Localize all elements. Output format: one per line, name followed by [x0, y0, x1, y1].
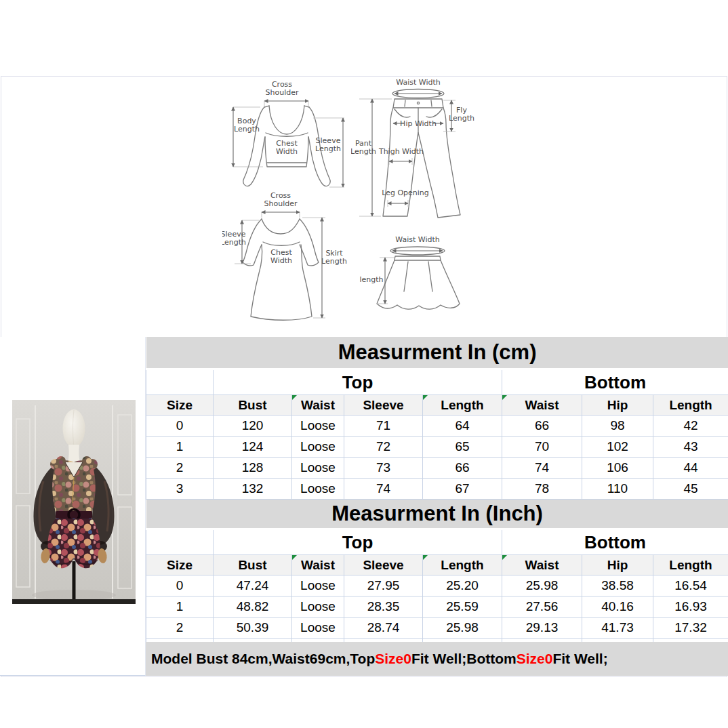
table-cell: 74: [344, 479, 423, 500]
dress-measure-diagram: Cross Shoulder Chest Width Sleeve Length…: [222, 190, 358, 327]
diagram-label: Waist Width: [395, 235, 439, 244]
table-cell: Loose: [292, 596, 344, 618]
diagram-label: Thigh Width: [378, 147, 424, 156]
table-cell: 16.54: [653, 575, 728, 596]
table-cell: 66: [423, 458, 502, 479]
table-cell: 44: [653, 458, 728, 479]
diagram-label: Length: [321, 257, 347, 266]
table-row: Measurment In (cm): [146, 337, 728, 369]
table-cell: 110: [582, 479, 653, 500]
column-header-length-bottom: Length: [653, 395, 728, 416]
table-cell: 67: [423, 479, 502, 500]
table-cell: 43: [653, 437, 728, 458]
table-row: 0 120 Loose 71 64 66 98 42: [146, 416, 728, 437]
column-header-length-bottom: Length: [653, 555, 728, 575]
table-cell: 2: [146, 458, 214, 479]
diagram-label: Length: [351, 147, 376, 156]
empty-cell: [146, 529, 214, 555]
table-cell: 128: [214, 458, 292, 479]
product-photo: [12, 400, 136, 604]
note-size-highlight: Size0: [517, 651, 553, 667]
table-cell: 50.39: [214, 618, 292, 639]
table-cell: 25.98: [423, 618, 502, 639]
table-cell: 1: [146, 596, 214, 618]
table-row: Measurment In (Inch): [146, 500, 728, 529]
table-cell: 28.74: [344, 618, 423, 639]
table-row: Size Bust Waist Sleeve Length Waist Hip …: [146, 555, 728, 575]
comment-marker: [292, 555, 298, 561]
diagram-label: Width: [270, 256, 292, 265]
group-header-bottom: Bottom: [502, 369, 728, 395]
top-garment-measure-diagram: Cross Shoulder Chest Width Body Length S…: [226, 79, 362, 199]
column-header-sleeve: Sleeve: [344, 555, 423, 575]
cm-size-table: Measurment In (cm) Top Bottom Size Bust …: [146, 337, 728, 500]
table-cell: 16.93: [653, 596, 728, 618]
table-cell: 98: [582, 416, 653, 437]
table-cell: 2: [146, 618, 214, 639]
column-header-length: Length: [423, 395, 502, 416]
table-cell: 124: [214, 437, 292, 458]
table-cell: 27.56: [502, 596, 582, 618]
table-cell: 64: [423, 416, 502, 437]
inch-size-table: Measurment In (Inch) Top Bottom Size Bus…: [146, 500, 728, 660]
table-cell: 120: [214, 416, 292, 437]
note-text: Fit Well;: [552, 651, 607, 667]
table-cell: 132: [214, 479, 292, 500]
empty-cell: [146, 369, 214, 395]
table-row: 3 132 Loose 74 67 78 110 45: [146, 479, 728, 500]
diagram-label: Shoulder: [264, 199, 298, 208]
diagram-label: Leg Opening: [382, 188, 429, 197]
table-cell: 47.24: [214, 575, 292, 596]
note-text: Fit Well;Bottom: [411, 651, 517, 667]
note-text: Model Bust 84cm,Waist69cm,Top: [151, 651, 375, 667]
comment-marker: [292, 395, 298, 401]
diagram-label: Length: [234, 125, 260, 134]
group-header-top: Top: [214, 529, 502, 555]
table-cell: Loose: [292, 437, 344, 458]
table-cell: Loose: [292, 618, 344, 639]
table-cell: Loose: [292, 416, 344, 437]
table-cell: 27.95: [344, 575, 423, 596]
table-row: Size Bust Waist Sleeve Length Waist Hip …: [146, 395, 728, 416]
comment-marker: [423, 395, 428, 401]
diagram-label: Shoulder: [266, 88, 299, 97]
table-cell: 38.58: [582, 575, 653, 596]
diagram-label: Width: [276, 147, 298, 156]
table-row: 1 48.82 Loose 28.35 25.59 27.56 40.16 16…: [146, 596, 728, 618]
inch-table-title: Measurment In (Inch): [146, 500, 728, 529]
diagram-label: length: [359, 275, 383, 284]
column-header-waist: Waist: [292, 395, 344, 416]
diagram-label: Hip Width: [400, 119, 437, 128]
column-header-waist-bottom: Waist: [502, 555, 582, 575]
table-cell: 71: [344, 416, 423, 437]
table-row: 2 50.39 Loose 28.74 25.98 29.13 41.73 17…: [146, 618, 728, 639]
table-cell: 0: [146, 575, 214, 596]
table-cell: 29.13: [502, 618, 582, 639]
mannequin-neck: [68, 445, 80, 462]
table-cell: 78: [502, 479, 582, 500]
table-cell: Loose: [292, 458, 344, 479]
table-cell: 25.20: [423, 575, 502, 596]
diagram-label: Length: [222, 238, 246, 247]
table-cell: 1: [146, 437, 214, 458]
group-header-top: Top: [214, 369, 502, 395]
table-cell: 73: [344, 458, 423, 479]
comment-marker: [502, 395, 508, 401]
table-cell: 45: [653, 479, 728, 500]
table-row: 0 47.24 Loose 27.95 25.20 25.98 38.58 16…: [146, 575, 728, 596]
mannequin-head: [63, 409, 85, 447]
group-header-bottom: Bottom: [502, 529, 728, 555]
cm-table-title: Measurment In (cm): [146, 337, 728, 369]
table-cell: 25.59: [423, 596, 502, 618]
product-photo-column: [0, 337, 146, 676]
table-cell: 3: [146, 479, 214, 500]
table-row: Top Bottom: [146, 369, 728, 395]
belt: [56, 511, 92, 519]
diagram-label: Length: [315, 144, 341, 153]
table-cell: Loose: [292, 575, 344, 596]
table-cell: 74: [502, 458, 582, 479]
pants-measure-diagram: Waist Width Hip Width Pant Length Fly Le…: [351, 77, 477, 230]
skirt-measure-diagram: Waist Width length: [359, 235, 478, 321]
table-cell: 72: [344, 437, 423, 458]
table-cell: 0: [146, 416, 214, 437]
